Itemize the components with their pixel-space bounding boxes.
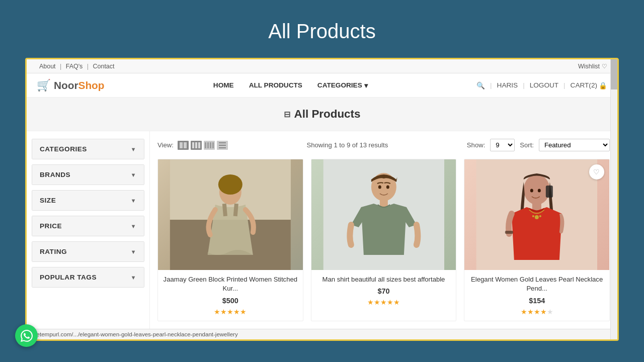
contact-link[interactable]: Contact [93,63,115,70]
product-info: Jaamay Green Block Printed Women Stitche… [158,270,303,321]
heart-icon: ♡ [602,62,607,70]
wishlist-label: Wishlist [578,63,600,70]
product-image [158,159,303,270]
product-card[interactable]: Man shirt beautiful all sizes best affor… [311,159,457,321]
product-price: $70 [316,287,451,295]
toolbar-left: View: [157,141,228,150]
chevron-down-icon: ▼ [130,275,136,281]
svg-rect-10 [219,145,226,146]
view-icons [178,141,228,150]
page-title: All Products [10,10,634,58]
view-grid4-icon[interactable] [204,141,215,150]
logo-text: NoorShop [54,79,105,92]
wishlist-area[interactable]: Wishlist ♡ [578,62,607,70]
user-label: HARIS [497,81,518,89]
chevron-down-icon: ▾ [364,81,368,89]
show-label: Show: [467,141,485,149]
products-grid: Jaamay Green Block Printed Women Stitche… [157,159,610,321]
svg-point-32 [539,215,541,217]
product-stars: ★★★★★ [316,298,451,306]
svg-rect-3 [195,142,197,148]
cart-logo-icon: 🛒 [37,78,51,92]
wishlist-button[interactable]: ♡ [589,164,604,179]
nav-links: HOME ALL PRODUCTS CATEGORIES ▾ [213,81,368,89]
product-stars: ★★★★★ [163,308,298,316]
product-card[interactable]: ♡ Elegant Women Gold Leaves Pearl Neckla… [464,159,610,321]
toolbar-right: Show: 9 18 27 Sort: Featured Price: Low … [467,139,610,151]
svg-rect-6 [207,142,209,148]
nav-home[interactable]: HOME [213,81,234,89]
nav-all-products[interactable]: ALL PRODUCTS [249,81,302,89]
svg-rect-7 [210,142,211,148]
view-list-icon[interactable] [217,141,228,150]
logo[interactable]: 🛒 NoorShop [37,78,105,92]
filter-size: SIZE ▼ [32,190,144,211]
chevron-down-icon: ▼ [130,223,136,229]
product-price: $500 [163,297,298,305]
filter-price-header[interactable]: PRICE ▼ [32,216,144,236]
sort-select[interactable]: Featured Price: Low to High Price: High … [539,139,610,151]
utility-bar-links: About | FAQ's | Contact [37,63,117,70]
scrollbar[interactable] [610,59,617,339]
cart-button[interactable]: CART(2) 🔒 [571,81,607,89]
show-select[interactable]: 9 18 27 [490,139,515,151]
filter-popular-tags-header[interactable]: POPULAR TAGS ▼ [32,267,144,287]
product-name: Jaamay Green Block Printed Women Stitche… [163,275,298,294]
nav-categories[interactable]: CATEGORIES ▾ [317,81,368,89]
product-name: Man shirt beautiful all sizes best affor… [316,275,451,284]
price-label: PRICE [40,222,62,230]
sort-label: Sort: [520,141,534,149]
svg-rect-4 [198,142,200,148]
svg-point-33 [530,189,533,193]
filter-price: PRICE ▼ [32,216,144,236]
whatsapp-button[interactable] [15,324,38,347]
lock-icon: 🔒 [599,81,607,89]
svg-point-30 [535,215,539,219]
chevron-down-icon: ▼ [130,249,136,255]
svg-rect-1 [184,142,187,148]
view-grid2-icon[interactable] [178,141,189,150]
view-grid3-icon[interactable] [191,141,202,150]
product-stars: ★★★★★ [469,308,604,316]
svg-point-16 [218,174,243,195]
showing-results: Showing 1 to 9 of 13 results [306,141,388,149]
logout-button[interactable]: LOGOUT [530,81,558,89]
product-info: Man shirt beautiful all sizes best affor… [311,270,456,311]
products-area: View: [150,131,617,329]
svg-rect-11 [219,147,226,148]
filter-brands-header[interactable]: BRANDS ▼ [32,165,144,185]
filter-categories-header[interactable]: CATEGORIES ▼ [32,139,144,159]
filter-brands: BRANDS ▼ [32,164,144,185]
filter-categories: CATEGORIES ▼ [32,139,144,159]
product-card[interactable]: Jaamay Green Block Printed Women Stitche… [157,159,303,321]
about-link[interactable]: About [39,63,56,70]
filter-size-header[interactable]: SIZE ▼ [32,191,144,210]
filter-rating: RATING ▼ [32,241,144,262]
chevron-down-icon: ▼ [130,146,136,152]
hero-title: All Products [37,108,607,121]
product-name: Elegant Women Gold Leaves Pearl Necklace… [469,275,604,294]
utility-bar: About | FAQ's | Contact Wishlist ♡ [27,59,617,73]
svg-rect-29 [546,186,553,198]
filter-popular-tags: POPULAR TAGS ▼ [32,267,144,288]
toolbar: View: [157,139,610,151]
hero-section: All Products [27,98,617,131]
svg-rect-8 [212,142,214,148]
search-icon[interactable]: 🔍 [476,81,485,89]
svg-rect-9 [219,142,226,143]
rating-label: RATING [40,248,67,255]
svg-point-34 [538,189,541,193]
status-url: ...etempurl.com/.../elegant-women-gold-l… [32,331,238,337]
filter-rating-header[interactable]: RATING ▼ [32,242,144,261]
faqs-link[interactable]: FAQ's [66,63,83,70]
chevron-down-icon: ▼ [130,198,136,204]
logo-noor: Noor [54,79,78,91]
svg-point-23 [378,186,381,189]
svg-rect-2 [192,142,194,148]
nav-right: 🔍 | HARIS | LOGOUT | CART(2) 🔒 [476,81,607,89]
main-content: CATEGORIES ▼ BRANDS ▼ SIZE ▼ PRICE [27,131,617,329]
chevron-down-icon: ▼ [130,172,136,178]
svg-rect-0 [180,142,183,148]
scrollbar-thumb[interactable] [611,59,617,89]
sidebar: CATEGORIES ▼ BRANDS ▼ SIZE ▼ PRICE [27,131,150,329]
